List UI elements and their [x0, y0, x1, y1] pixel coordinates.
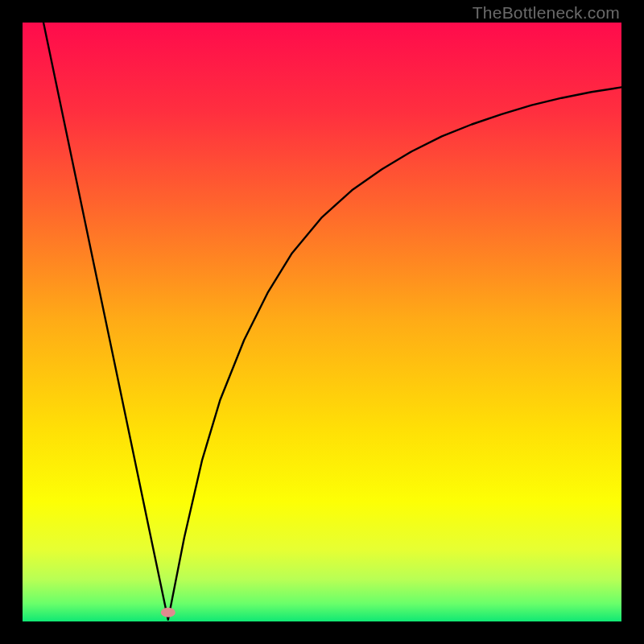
chart-frame: TheBottleneck.com: [0, 0, 644, 644]
curve-line: [43, 23, 621, 620]
minimum-marker: [161, 608, 175, 617]
plot-area: [23, 23, 621, 621]
watermark-text: TheBottleneck.com: [473, 3, 620, 23]
bottleneck-curve: [23, 23, 621, 621]
